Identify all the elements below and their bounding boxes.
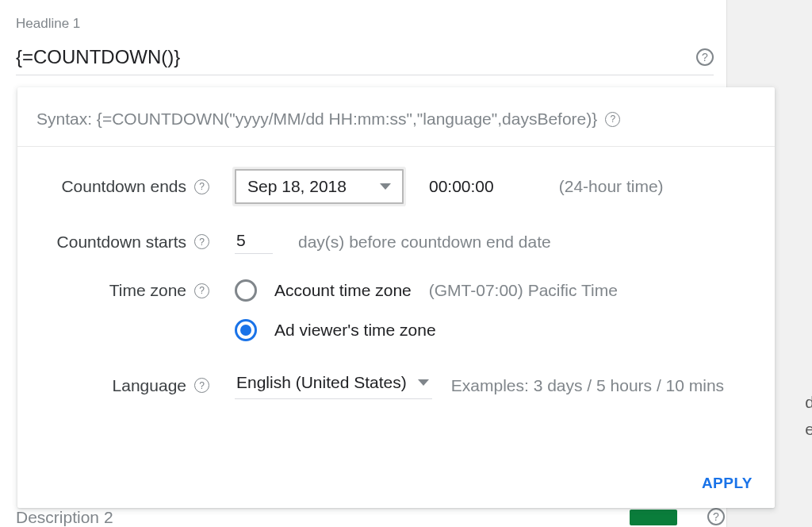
help-icon[interactable]: ? [194,378,209,393]
radio-label: Account time zone [274,281,412,300]
date-dropdown[interactable]: Sep 18, 2018 [235,169,404,204]
chevron-down-icon [380,183,391,190]
bg-text-line: d [805,389,812,416]
syntax-text: Syntax: {=COUNTDOWN("yyyy/MM/dd HH:mm:ss… [36,110,597,129]
days-before-suffix: day(s) before countdown end date [298,233,551,252]
apply-button[interactable]: APPLY [702,475,753,492]
timezone-label: Time zone ? [36,281,209,300]
radio-checked-icon [235,319,257,341]
help-icon[interactable]: ? [696,48,714,66]
apply-row: APPLY [702,475,753,492]
help-icon[interactable]: ? [707,508,725,525]
countdown-popup: Syntax: {=COUNTDOWN("yyyy/MM/dd HH:mm:ss… [17,87,775,508]
description2-label: Description 2 [16,508,113,527]
label-text: Countdown starts [57,233,186,252]
date-value: Sep 18, 2018 [247,177,347,196]
account-timezone-detail: (GMT-07:00) Pacific Time [429,281,618,300]
background-text: d er [805,389,812,442]
headline-label: Headline 1 [16,16,714,32]
language-examples: Examples: 3 days / 5 hours / 10 mins [451,376,724,395]
countdown-starts-content: day(s) before countdown end date [235,229,551,254]
language-dropdown[interactable]: English (United States) [235,371,432,399]
time-format-hint: (24-hour time) [559,177,664,196]
countdown-ends-row: Countdown ends ? Sep 18, 2018 00:00:00 (… [36,169,756,204]
label-text: Countdown ends [61,177,186,196]
language-label: Language ? [36,376,209,395]
radio-unchecked-icon [235,279,257,302]
headline-input-row: {=COUNTDOWN()} ? [16,46,714,75]
countdown-starts-label: Countdown starts ? [36,233,209,252]
language-value: English (United States) [236,373,407,392]
radio-label: Ad viewer's time zone [274,321,436,340]
form-area: Countdown ends ? Sep 18, 2018 00:00:00 (… [17,147,775,399]
chevron-down-icon [418,379,429,386]
radio-dot [240,325,251,336]
timezone-option-account: Account time zone (GMT-07:00) Pacific Ti… [235,279,618,302]
countdown-starts-row: Countdown starts ? day(s) before countdo… [36,229,756,254]
help-icon[interactable]: ? [194,283,209,298]
radio-account-timezone[interactable]: Account time zone [235,279,412,302]
headline-field: Headline 1 {=COUNTDOWN()} ? [16,16,714,75]
timezone-row-2: Ad viewer's time zone [36,319,756,341]
radio-viewer-timezone[interactable]: Ad viewer's time zone [235,319,436,341]
help-icon[interactable]: ? [194,179,209,194]
label-text: Time zone [109,281,186,300]
help-icon[interactable]: ? [194,234,209,249]
language-row: Language ? English (United States) Examp… [36,371,756,399]
syntax-row: Syntax: {=COUNTDOWN("yyyy/MM/dd HH:mm:ss… [17,87,775,147]
help-icon[interactable]: ? [605,112,620,127]
days-before-input[interactable] [235,229,273,254]
countdown-ends-content: Sep 18, 2018 00:00:00 (24-hour time) [235,169,664,204]
label-text: Language [113,376,186,395]
bg-text-line: er [805,416,812,443]
timezone-row-1: Time zone ? Account time zone (GMT-07:00… [36,279,756,302]
time-input[interactable]: 00:00:00 [429,177,494,196]
new-button[interactable] [630,510,677,525]
countdown-ends-label: Countdown ends ? [36,177,209,196]
language-content: English (United States) Examples: 3 days… [235,371,724,399]
timezone-option-viewer: Ad viewer's time zone [235,319,436,341]
headline-input[interactable]: {=COUNTDOWN()} [16,46,180,68]
